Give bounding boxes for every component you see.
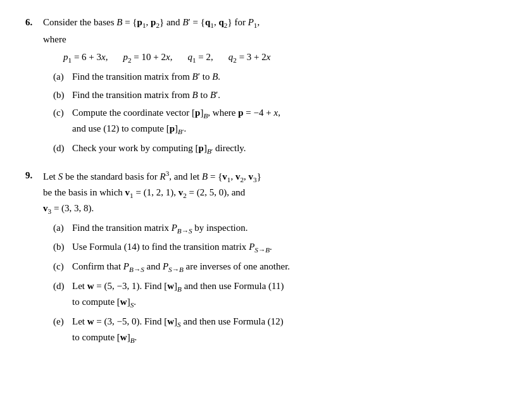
problem-6-part-c: (c) Compute the coordinate vector [p]B, … (25, 106, 494, 137)
eq-q1: q1 = 2, (187, 50, 213, 66)
part-b-text: Find the transition matrix from B to B′. (72, 88, 494, 102)
part-9a-text: Find the transition matrix PB→S by inspe… (72, 221, 494, 237)
part-9c-label: (c) (53, 259, 70, 275)
part-c-label: (c) (53, 106, 70, 137)
problem-9-part-c: (c) Confirm that PB→S and PS→B are inver… (25, 259, 494, 275)
problem-9: 9. Let S be the standard basis for R3, a… (25, 168, 494, 346)
problem-9-intro: Let S be the standard basis for R3, and … (43, 168, 494, 217)
part-9c-text: Confirm that PB→S and PS→B are inverses … (72, 259, 494, 275)
problem-6-equations: p1 = 6 + 3x, p2 = 10 + 2x, q1 = 2, q2 = … (63, 50, 494, 66)
eq-q2: q2 = 3 + 2x (228, 50, 271, 66)
problem-6-part-a: (a) Find the transition matrix from B′ t… (25, 70, 494, 84)
page-content: 6. Consider the bases B = {p1, p2} and B… (25, 15, 494, 346)
problem-6-header: 6. Consider the bases B = {p1, p2} and B… (25, 15, 494, 31)
part-9e-label: (e) (53, 314, 70, 346)
part-9b-label: (b) (53, 240, 70, 256)
part-9b-text: Use Formula (14) to find the transition … (72, 240, 494, 256)
part-d-label: (d) (53, 141, 70, 157)
problem-9-part-a: (a) Find the transition matrix PB→S by i… (25, 221, 494, 237)
part-b-label: (b) (53, 88, 70, 102)
part-9e-text: Let w = (3, −5, 0). Find [w]S and then u… (72, 314, 494, 346)
part-c-text: Compute the coordinate vector [p]B, wher… (72, 106, 494, 137)
part-a-label: (a) (53, 70, 70, 84)
part-9d-label: (d) (53, 279, 70, 311)
problem-9-part-d: (d) Let w = (5, −3, 1). Find [w]B and th… (25, 279, 494, 311)
problem-6-where: where (25, 32, 494, 47)
problem-9-part-e: (e) Let w = (3, −5, 0). Find [w]S and th… (25, 314, 494, 346)
problem-6-part-b: (b) Find the transition matrix from B to… (25, 88, 494, 102)
problem-6: 6. Consider the bases B = {p1, p2} and B… (25, 15, 494, 157)
problem-9-part-b: (b) Use Formula (14) to find the transit… (25, 240, 494, 256)
problem-9-header: 9. Let S be the standard basis for R3, a… (25, 168, 494, 217)
problem-6-part-d: (d) Check your work by computing [p]B′ d… (25, 141, 494, 157)
part-a-text: Find the transition matrix from B′ to B. (72, 70, 494, 84)
problem-6-intro: Consider the bases B = {p1, p2} and B′ =… (43, 15, 494, 31)
problem-9-number: 9. (25, 168, 43, 183)
part-d-text: Check your work by computing [p]B′ direc… (72, 141, 494, 157)
part-9d-text: Let w = (5, −3, 1). Find [w]B and then u… (72, 279, 494, 311)
eq-p1: p1 = 6 + 3x, (63, 50, 108, 66)
eq-p2: p2 = 10 + 2x, (123, 50, 172, 66)
part-9a-label: (a) (53, 221, 70, 237)
problem-6-number: 6. (25, 15, 43, 30)
